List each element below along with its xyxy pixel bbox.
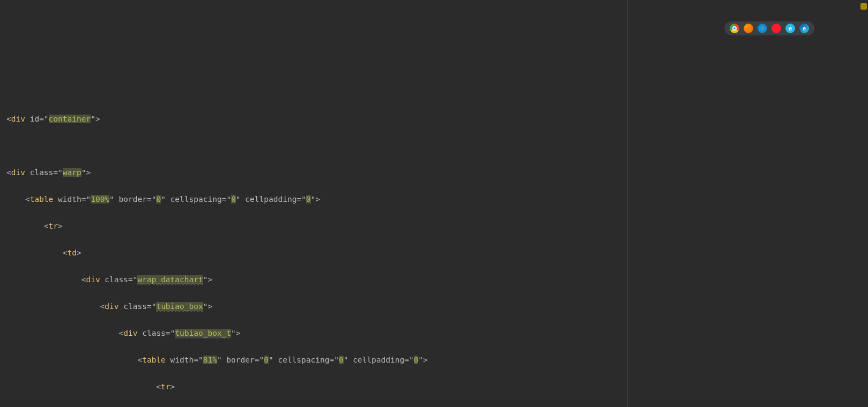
code-line[interactable] [6,139,868,153]
code-line[interactable]: <tr> [6,380,868,394]
firefox-icon[interactable] [744,24,753,33]
code-line[interactable]: <tr> [6,220,868,233]
chrome-icon[interactable] [730,24,739,33]
code-line[interactable]: <table width="100%" border="0" cellspaci… [6,193,868,206]
right-margin-guide [627,0,628,407]
opera-icon[interactable] [771,24,781,33]
code-line[interactable]: <td> [6,246,868,260]
code-line[interactable] [6,86,868,99]
safari-icon[interactable] [758,24,767,33]
browser-preview-icons[interactable]: e e [724,21,814,35]
code-line[interactable]: <div class="tubiao_box_t"> [6,327,868,340]
code-line[interactable]: <div class="wrap_datachart"> [6,273,868,287]
scrollbar-marker [860,3,867,10]
code-line[interactable]: <div class="warp"> [6,166,868,179]
code-line[interactable]: <table width="81%" border="0" cellspacin… [6,353,868,367]
code-editor[interactable]: e e <div id="container"> <div class="war… [0,0,868,407]
code-line[interactable]: <div class="tubiao_box"> [6,300,868,313]
edge-icon[interactable]: e [799,24,809,33]
ie-icon[interactable]: e [785,24,795,33]
code-line[interactable]: <div id="container"> [6,112,868,126]
scrollbar[interactable] [860,0,867,407]
